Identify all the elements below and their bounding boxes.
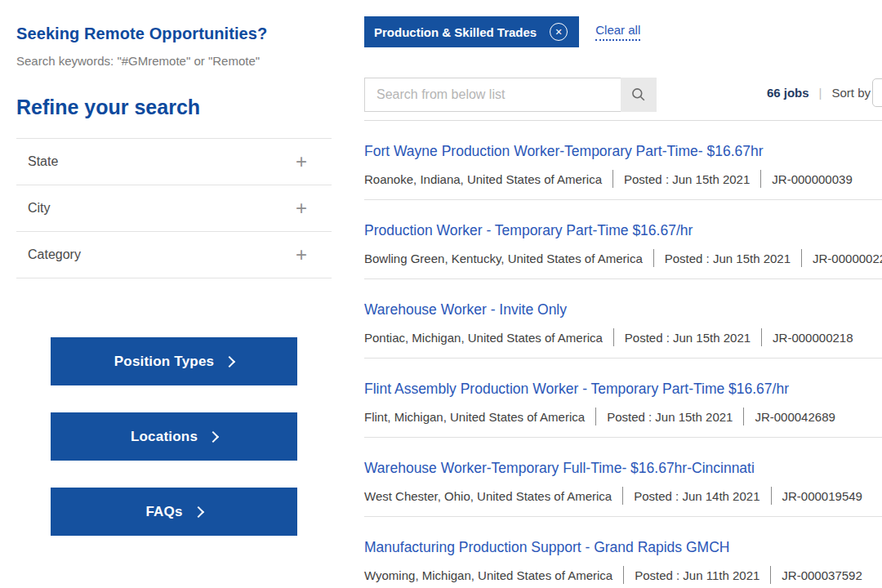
meta-separator [595, 408, 596, 425]
plus-icon[interactable]: + [296, 152, 332, 172]
job-title-link[interactable]: Manufacturing Production Support - Grand… [364, 539, 729, 555]
job-posted-date: Posted : Jun 15th 2021 [665, 252, 791, 265]
meta-separator [760, 170, 761, 188]
job-list-item: Fort Wayne Production Worker-Temporary P… [364, 121, 882, 200]
meta-separator [623, 566, 624, 584]
job-meta-row: Pontiac, Michigan, United States of Amer… [364, 328, 882, 346]
sidebar-nav-button[interactable]: Locations [51, 412, 297, 461]
chevron-right-icon [207, 431, 219, 443]
job-location: West Chester, Ohio, United States of Ame… [364, 489, 612, 503]
search-box [364, 78, 657, 112]
filter-label: City [16, 201, 51, 216]
job-list-item: Manufacturing Production Support - Grand… [364, 517, 882, 588]
remote-promo-title: Seeking Remote Opportunities? [16, 24, 332, 43]
job-meta-row: Flint, Michigan, United States of Americ… [364, 408, 882, 425]
meta-separator [761, 328, 762, 346]
sidebar-nav-button[interactable]: Position Types [51, 337, 297, 385]
job-location: Bowling Green, Kentucky, United States o… [364, 252, 643, 265]
job-meta-row: West Chester, Ohio, United States of Ame… [364, 487, 882, 505]
job-title-link[interactable]: Warehouse Worker-Temporary Full-Time- $1… [364, 460, 755, 476]
job-posted-date: Posted : Jun 15th 2021 [607, 410, 733, 424]
clear-all-link[interactable]: Clear all [595, 23, 640, 41]
job-title-link[interactable]: Flint Assembly Production Worker - Tempo… [364, 381, 789, 397]
job-meta-row: Roanoke, Indiana, United States of Ameri… [364, 170, 882, 188]
job-list-item: Warehouse Worker - Invite Only Pontiac, … [364, 279, 882, 359]
count-sort-group: 66 jobs | Sort by [767, 86, 882, 100]
filter-chip-production-skilled-trades[interactable]: Production & Skilled Trades ✕ [364, 16, 579, 47]
job-location: Roanoke, Indiana, United States of Ameri… [364, 172, 602, 186]
job-req-id: JR-000019549 [782, 489, 862, 503]
job-req-id: JR-000037592 [782, 568, 862, 582]
chevron-right-icon [193, 506, 204, 518]
close-circle-icon[interactable]: ✕ [550, 23, 568, 41]
job-posted-date: Posted : Jun 11th 2021 [635, 568, 760, 582]
filter-accordion: State + City + Category + [16, 138, 332, 278]
refine-sidebar: Seeking Remote Opportunities? Search key… [16, 0, 332, 563]
job-posted-date: Posted : Jun 15th 2021 [624, 172, 750, 186]
sidebar-nav-button[interactable]: FAQs [51, 488, 297, 536]
job-title-link[interactable]: Fort Wayne Production Worker-Temporary P… [364, 143, 764, 159]
job-req-id: JR-000000218 [773, 331, 853, 345]
filter-label: State [16, 154, 58, 169]
meta-separator [771, 487, 772, 505]
filter-accordion-row[interactable]: State + [16, 139, 332, 185]
sidebar-button-stack: Position Types Locations FAQs [16, 337, 332, 536]
sidebar-nav-button-label: FAQs [145, 504, 182, 520]
sidebar-nav-button-label: Position Types [114, 354, 214, 370]
jobs-count: 66 jobs [767, 86, 809, 100]
job-list-item: Production Worker - Temporary Part-Time … [364, 200, 882, 279]
active-filters-row: Production & Skilled Trades ✕ Clear all [364, 16, 882, 47]
job-location: Wyoming, Michigan, United States of Amer… [364, 568, 612, 582]
job-req-id: JR-000000039 [772, 172, 852, 186]
search-icon [630, 87, 647, 103]
job-list-item: Flint Assembly Production Worker - Tempo… [364, 359, 882, 438]
search-and-sort-row: 66 jobs | Sort by [364, 78, 882, 112]
job-location: Flint, Michigan, United States of Americ… [364, 410, 585, 424]
filter-accordion-row[interactable]: City + [16, 185, 332, 232]
plus-icon[interactable]: + [296, 198, 332, 218]
search-button[interactable] [621, 78, 657, 112]
search-input[interactable] [364, 78, 621, 112]
meta-separator [743, 408, 744, 425]
plus-icon[interactable]: + [296, 245, 332, 265]
meta-separator [801, 249, 802, 267]
sort-by-dropdown[interactable] [872, 78, 882, 107]
count-sort-divider: | [819, 86, 822, 100]
job-req-id: JR-00000022 [813, 252, 882, 265]
job-title-link[interactable]: Warehouse Worker - Invite Only [364, 301, 567, 318]
filter-label: Category [16, 247, 81, 262]
job-title-link[interactable]: Production Worker - Temporary Part-Time … [364, 222, 693, 238]
job-location: Pontiac, Michigan, United States of Amer… [364, 331, 603, 345]
job-meta-row: Wyoming, Michigan, United States of Amer… [364, 566, 882, 584]
filter-accordion-row[interactable]: Category + [16, 232, 332, 278]
sidebar-nav-button-label: Locations [131, 429, 198, 445]
job-req-id: JR-000042689 [755, 410, 835, 424]
chevron-right-icon [224, 356, 235, 368]
job-posted-date: Posted : Jun 15th 2021 [625, 331, 751, 345]
refine-search-title: Refine your search [16, 96, 332, 119]
job-results-panel: Production & Skilled Trades ✕ Clear all … [364, 0, 882, 588]
job-list: Fort Wayne Production Worker-Temporary P… [364, 120, 882, 588]
meta-separator [770, 566, 771, 584]
meta-separator [613, 328, 614, 346]
job-meta-row: Bowling Green, Kentucky, United States o… [364, 249, 882, 267]
sort-by-label: Sort by [831, 86, 871, 100]
filter-chip-label: Production & Skilled Trades [374, 25, 537, 39]
job-list-item: Warehouse Worker-Temporary Full-Time- $1… [364, 438, 882, 517]
remote-promo-subtitle: Search keywords: "#GMremote" or "Remote" [16, 54, 332, 68]
meta-separator [622, 487, 623, 505]
meta-separator [653, 249, 654, 267]
meta-separator [612, 170, 613, 188]
job-posted-date: Posted : Jun 14th 2021 [634, 489, 760, 503]
